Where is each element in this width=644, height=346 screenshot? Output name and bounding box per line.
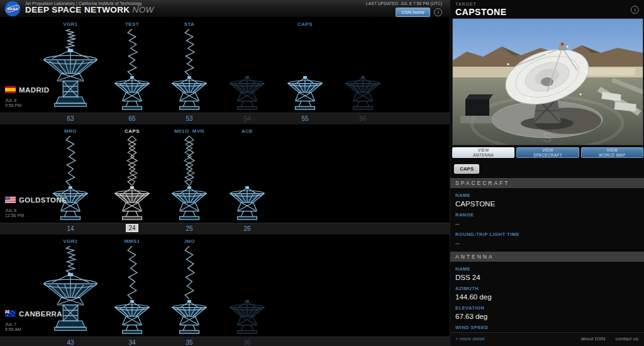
spacecraft-label[interactable]: ACE: [242, 125, 253, 137]
spacecraft-label[interactable]: VGR1: [63, 18, 77, 29]
station-local-date: JUL 7: [5, 322, 62, 326]
dsn-home-button[interactable]: DSN home: [396, 8, 430, 17]
antenna-number[interactable]: 65: [118, 113, 146, 124]
signal-beam: [60, 136, 81, 186]
app-title-main: DEEP SPACE NETWORK: [25, 5, 130, 14]
detail-field: ELEVATION67.63 deg: [450, 305, 644, 320]
antenna-number[interactable]: 43: [57, 337, 84, 346]
spacecraft-label[interactable]: VGR2: [63, 235, 77, 246]
antenna-fields: NAMEDSS 24AZIMUTH144.60 degELEVATION67.6…: [450, 266, 644, 340]
spacecraft-label[interactable]: M01O MVN: [174, 125, 204, 136]
station-rows: VGR1 TEST STA: [0, 18, 450, 346]
target-name: CAPSTONE: [455, 7, 507, 17]
antenna-number[interactable]: 25: [175, 223, 203, 234]
antenna-number[interactable]: 26: [233, 223, 261, 234]
spacecraft-label[interactable]: MMS1: [125, 235, 140, 246]
target-label: TARGET: [455, 2, 477, 6]
view-button-line2: WORLD MAP: [599, 153, 625, 158]
signal-beam: [60, 246, 81, 273]
view-spacecraft-button[interactable]: VIEWSPACECRAFT: [516, 147, 579, 158]
field-label: NAME: [455, 193, 644, 198]
spacecraft-section-header: SPACECRAFT: [450, 178, 644, 188]
station-name: GOLDSTONE: [19, 196, 67, 204]
antenna-number[interactable]: 56: [349, 113, 377, 124]
panel-footer: + more detail about DSN contact us: [450, 332, 644, 346]
dish-antenna-icon: [171, 186, 208, 223]
spacecraft-label[interactable]: CAPS: [297, 18, 313, 30]
field-value: 144.60 deg: [455, 293, 644, 301]
dish-antenna-icon: [114, 75, 150, 113]
spacecraft-label[interactable]: CAPS: [125, 125, 140, 136]
view-button-line2: ANTENNA: [473, 153, 494, 158]
field-value: DSS 24: [455, 274, 644, 281]
dish-antenna-icon: [287, 75, 323, 113]
svg-text:NASA: NASA: [7, 7, 18, 11]
field-value: CAPSTONE: [455, 200, 644, 208]
field-label: NAME: [455, 266, 644, 272]
field-value: –: [455, 220, 644, 227]
station-name: CANBERRA: [19, 310, 62, 318]
spacecraft-label[interactable]: MRO: [64, 125, 77, 136]
dish-antenna-icon: [171, 75, 208, 113]
station-row-canberra: VGR2 MMS1 JNO: [0, 235, 450, 346]
spain-flag-icon: [5, 84, 16, 96]
station-info-madrid[interactable]: MADRIDJUL 89:56 PM: [5, 84, 49, 108]
view-button-line1: VIEW: [606, 148, 618, 153]
station-local-time: 5:56 AM: [5, 327, 62, 332]
field-label: AZIMUTH: [455, 286, 644, 291]
antenna-column-dss-26[interactable]: ACE: [213, 125, 282, 223]
station-name-row: MADRID: [5, 84, 49, 96]
antenna-number[interactable]: 24: [118, 225, 146, 232]
info-icon[interactable]: i: [434, 8, 442, 16]
antenna-number[interactable]: 35: [175, 337, 203, 346]
target-panel: TARGET CAPSTONE i: [450, 0, 644, 346]
signal-beam: [179, 246, 200, 299]
antenna-number[interactable]: 14: [57, 223, 84, 234]
station-local-date: JUL 8: [5, 208, 67, 213]
svg-text:S: S: [543, 130, 552, 145]
about-dsn-link[interactable]: about DSN: [580, 333, 605, 345]
antenna-3d-view[interactable]: S: [452, 18, 643, 145]
app-title-suffix: NOW: [132, 5, 153, 14]
antenna-number[interactable]: 34: [118, 337, 146, 346]
station-row-madrid: VGR1 TEST STA: [0, 18, 450, 125]
detail-field: ROUND-TRIP LIGHT TIME–: [450, 232, 644, 247]
antenna-number[interactable]: 36: [233, 337, 261, 346]
station-info-goldstone[interactable]: GOLDSTONEJUL 812:56 PM: [5, 194, 67, 218]
spacecraft-label[interactable]: STA: [184, 18, 195, 29]
signal-beam: [121, 136, 143, 186]
usa-flag-icon: [5, 194, 16, 206]
info-icon[interactable]: i: [631, 6, 639, 14]
antenna-number[interactable]: 53: [175, 113, 203, 124]
antenna-column-dss-56[interactable]: [328, 18, 397, 113]
station-info-canberra[interactable]: CANBERRAJUL 75:56 AM: [5, 308, 62, 332]
dish-antenna-icon: [114, 299, 150, 337]
contact-us-link[interactable]: contact us: [616, 333, 638, 345]
station-local-date: JUL 8: [5, 98, 49, 103]
antenna-number[interactable]: 63: [57, 113, 84, 124]
station-name: MADRID: [19, 86, 49, 94]
detail-sections: SPACECRAFT NAMECAPSTONERANGE–ROUND-TRIP …: [450, 178, 644, 341]
view-button-line1: VIEW: [478, 148, 489, 153]
antenna-number[interactable]: 54: [233, 113, 261, 124]
signal-beam: [121, 246, 143, 299]
antenna-column-dss-36[interactable]: [213, 235, 282, 337]
dish-antenna-icon: [345, 75, 381, 113]
nasa-logo-icon: NASA: [4, 1, 21, 17]
detail-field: RANGE–: [450, 212, 644, 227]
app-header: NASA Jet Propulsion Laboratory | Califor…: [0, 0, 450, 18]
detail-field: NAMEDSS 24: [450, 266, 644, 281]
view-antenna-button[interactable]: VIEWANTENNA: [452, 147, 514, 158]
spacecraft-label[interactable]: JNO: [184, 235, 195, 246]
field-value: –: [455, 239, 644, 247]
detail-field: NAMECAPSTONE: [450, 193, 644, 208]
dish-antenna-icon: [229, 186, 265, 223]
more-detail-link[interactable]: + more detail: [455, 333, 484, 345]
app-title: DEEP SPACE NETWORKNOW: [25, 6, 154, 14]
antenna-number-strip: 14242526: [0, 223, 450, 234]
antenna-number[interactable]: 55: [291, 113, 319, 124]
spacecraft-tag[interactable]: CAPS: [454, 164, 479, 174]
view-world-map-button[interactable]: VIEWWORLD MAP: [581, 147, 643, 158]
spacecraft-label[interactable]: TEST: [125, 18, 139, 29]
view-button-line2: SPACECRAFT: [533, 153, 562, 158]
